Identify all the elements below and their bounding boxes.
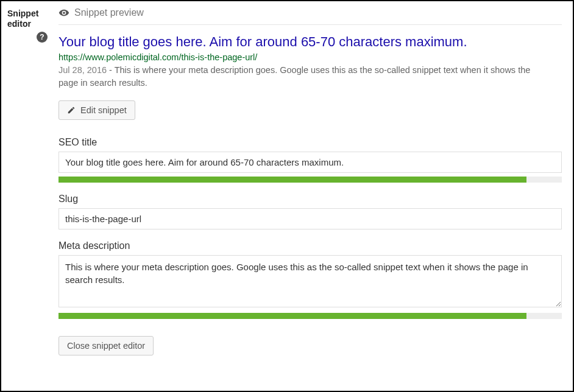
slug-field: Slug	[58, 194, 562, 229]
search-result-preview: Your blog title goes here. Aim for aroun…	[58, 33, 562, 89]
close-snippet-editor-label: Close snippet editor	[67, 341, 145, 351]
meta-description-progress-fill	[58, 313, 526, 319]
edit-snippet-label: Edit snippet	[80, 105, 127, 115]
preview-sep: -	[107, 65, 115, 75]
seo-title-progress-fill	[58, 177, 526, 183]
eye-icon	[58, 7, 69, 18]
preview-description: Jul 28, 2016 - This is where your meta d…	[58, 64, 534, 89]
meta-description-field: Meta description	[58, 240, 562, 319]
preview-heading: Snippet preview	[74, 7, 144, 18]
slug-label: Slug	[58, 194, 562, 205]
preview-url[interactable]: https://www.polemicdigital.com/this-is-t…	[58, 52, 562, 62]
snippet-form: SEO title Slug Meta description Close sn…	[58, 137, 562, 355]
sidebar-label: Snippet editor	[7, 9, 48, 29]
meta-description-input[interactable]	[58, 255, 562, 307]
seo-title-field: SEO title	[58, 137, 562, 183]
meta-description-label: Meta description	[58, 240, 562, 251]
help-icon[interactable]: ?	[37, 32, 48, 43]
close-snippet-editor-button[interactable]: Close snippet editor	[58, 336, 154, 355]
main-content: Snippet preview Your blog title goes her…	[58, 7, 562, 380]
seo-title-progress	[58, 177, 562, 183]
snippet-editor-panel: Snippet editor ? Snippet preview Your bl…	[0, 0, 574, 392]
sidebar: Snippet editor ?	[7, 7, 48, 380]
slug-input[interactable]	[58, 208, 562, 229]
help-icon-wrap: ?	[7, 32, 48, 43]
pencil-icon	[67, 106, 76, 114]
seo-title-input[interactable]	[58, 152, 562, 173]
preview-date: Jul 28, 2016	[58, 65, 107, 75]
preview-title[interactable]: Your blog title goes here. Aim for aroun…	[58, 33, 562, 51]
preview-desc-text: This is where your meta description goes…	[58, 65, 530, 88]
meta-description-progress	[58, 313, 562, 319]
preview-header: Snippet preview	[58, 7, 562, 25]
seo-title-label: SEO title	[58, 137, 562, 148]
edit-snippet-button[interactable]: Edit snippet	[58, 100, 135, 120]
